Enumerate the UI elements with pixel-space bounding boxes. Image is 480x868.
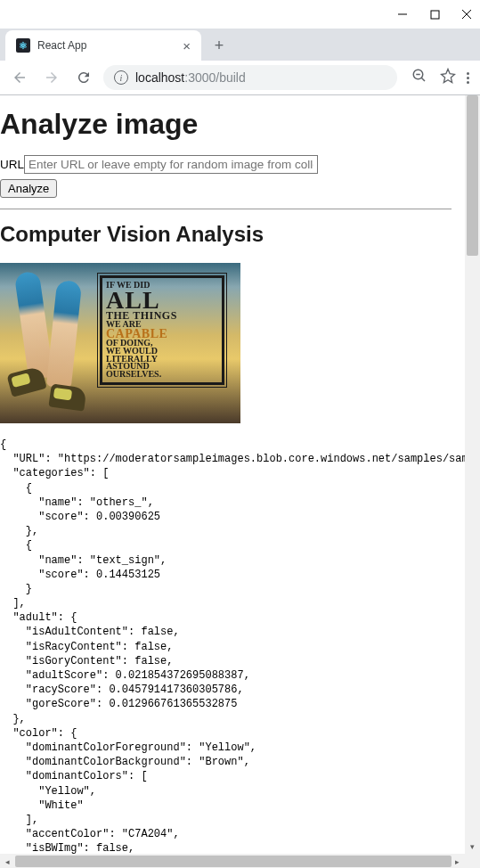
- svg-line-5: [421, 78, 425, 81]
- bookmark-icon[interactable]: [440, 68, 456, 87]
- tab-close-icon[interactable]: ×: [183, 38, 191, 53]
- scroll-left-arrow-icon[interactable]: ◂: [0, 854, 15, 868]
- scroll-down-arrow-icon[interactable]: ▾: [465, 839, 480, 854]
- browser-tab[interactable]: ⚛ React App ×: [5, 30, 201, 61]
- site-info-icon[interactable]: i: [114, 70, 128, 85]
- forward-button[interactable]: [39, 65, 64, 90]
- address-bar: i localhost:3000/build: [0, 61, 480, 94]
- horizontal-scroll-thumb[interactable]: [15, 856, 452, 867]
- page-viewport: Analyze image URL Analyze Computer Visio…: [0, 95, 480, 868]
- url-input[interactable]: [24, 155, 318, 174]
- maximize-button[interactable]: [428, 8, 441, 20]
- browser-menu-button[interactable]: [463, 69, 473, 87]
- tab-title: React App: [37, 39, 175, 52]
- close-button[interactable]: [460, 8, 473, 20]
- horizontal-scrollbar[interactable]: ◂ ▸: [0, 854, 465, 868]
- image-quote-text: IF WE DID ALL THE THINGS WE ARE CAPABLE …: [100, 275, 224, 385]
- scroll-corner: [465, 854, 480, 868]
- tab-bar: ⚛ React App × +: [0, 29, 480, 61]
- reload-button[interactable]: [71, 65, 96, 90]
- page-heading: Analyze image: [0, 108, 465, 141]
- react-favicon-icon: ⚛: [16, 38, 30, 53]
- browser-chrome: ⚛ React App × + i localhost:3000/build: [0, 0, 480, 95]
- back-button[interactable]: [7, 65, 32, 90]
- analysis-heading: Computer Vision Analysis: [0, 222, 465, 247]
- url-input-row: URL: [0, 155, 465, 174]
- window-controls: [0, 0, 480, 29]
- scroll-right-arrow-icon[interactable]: ▸: [450, 854, 465, 868]
- new-tab-button[interactable]: +: [207, 33, 232, 58]
- vertical-scrollbar[interactable]: ▾: [465, 95, 480, 854]
- svg-rect-1: [431, 11, 439, 19]
- url-label: URL: [0, 158, 24, 171]
- separator: [0, 209, 452, 209]
- analyze-button[interactable]: Analyze: [0, 179, 57, 198]
- json-result: { "URL": "https://moderatorsampleimages.…: [0, 438, 465, 854]
- analyzed-image: IF WE DID ALL THE THINGS WE ARE CAPABLE …: [0, 263, 240, 423]
- url-text: localhost:3000/build: [135, 70, 246, 85]
- minimize-button[interactable]: [396, 8, 409, 20]
- address-field[interactable]: i localhost:3000/build: [103, 65, 397, 90]
- vertical-scroll-thumb[interactable]: [467, 95, 478, 256]
- zoom-icon[interactable]: [411, 68, 427, 87]
